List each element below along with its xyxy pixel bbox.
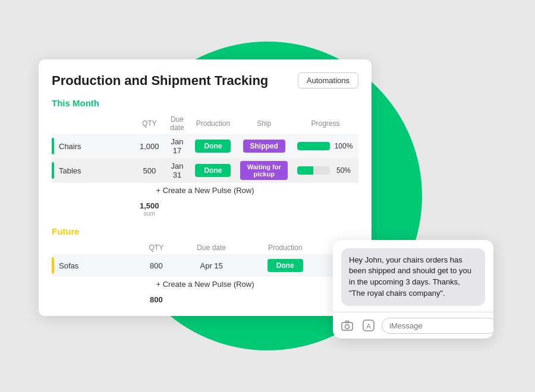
imessage-input-bar: A (333, 312, 493, 339)
row-name: Tables (59, 166, 81, 175)
ship-badge: Shipped (243, 140, 285, 153)
table-row: Chairs 1,000 Jan 17 Done Shipped 10 (52, 134, 358, 158)
imessage-input[interactable] (382, 318, 493, 334)
automations-button[interactable]: Automations (298, 72, 358, 88)
row-name-cell: Sofas (52, 254, 135, 277)
sum-label: sum (140, 210, 159, 217)
row-name: Chairs (59, 142, 81, 151)
progress-label: 100% (333, 142, 354, 150)
sum-cell-future: 800 (135, 292, 178, 305)
row-progress: 100% (292, 134, 358, 158)
create-pulse-label[interactable]: + Create a New Pulse (Row) (52, 183, 358, 198)
page-title: Production and Shipment Tracking (52, 73, 268, 88)
col-item (52, 113, 135, 134)
col-due-date: Due date (164, 113, 191, 134)
create-row-future[interactable]: + Create a New Pulse (Row) (52, 277, 358, 292)
row-production: Done (190, 134, 235, 158)
row-due-date: Apr 15 (178, 254, 246, 277)
row-ship: Waiting for pickup (235, 158, 292, 183)
row-production: Done (190, 158, 235, 183)
row-color-indicator (52, 257, 54, 274)
this-month-label: This Month (52, 98, 358, 108)
row-name-cell: Tables (52, 158, 135, 183)
ship-badge: Waiting for pickup (240, 161, 288, 180)
row-qty: 1,000 (135, 134, 164, 158)
row-due-date: Jan 17 (164, 134, 191, 158)
col-progress: Progress (292, 113, 358, 134)
col-production-future: Production (246, 241, 325, 254)
this-month-table: QTY Due date Production Ship Progress Ch… (52, 113, 358, 218)
imessage-bubble-area: Hey John, your chairs orders has been sh… (333, 240, 493, 312)
future-table: QTY Due date Production Sofas 800 Apr 15 (52, 241, 358, 305)
sum-value-future: 800 (140, 295, 173, 304)
production-badge: Done (268, 259, 303, 272)
row-production: Done (246, 254, 325, 277)
imessage-bubble: Hey John, your chairs orders has been sh… (341, 248, 485, 306)
svg-text:A: A (366, 323, 371, 330)
row-color-indicator (52, 138, 54, 154)
progress-label: 50% (333, 166, 354, 175)
appstore-icon[interactable]: A (360, 317, 377, 334)
row-ship: Shipped (235, 134, 292, 158)
sum-value: 1,500 (140, 201, 159, 210)
col-qty-future: QTY (135, 241, 178, 254)
col-ship: Ship (235, 113, 292, 134)
production-badge: Done (195, 164, 231, 177)
row-due-date: Jan 31 (164, 158, 191, 183)
col-due-date-future: Due date (178, 241, 246, 254)
table-row: Tables 500 Jan 31 Done Waiting for picku… (52, 158, 358, 183)
progress-bar (297, 166, 330, 175)
table-row: Sofas 800 Apr 15 Done (52, 254, 358, 277)
row-name-cell: Chairs (52, 134, 135, 158)
sum-row-future: 800 (52, 292, 358, 305)
sum-row: 1,500 sum (52, 198, 358, 218)
imessage-text: Hey John, your chairs orders has been sh… (349, 255, 471, 298)
row-qty: 500 (135, 158, 164, 183)
progress-bar (297, 142, 330, 150)
progress-fill (297, 142, 330, 150)
svg-point-1 (345, 325, 350, 329)
row-progress: 50% (292, 158, 358, 183)
svg-rect-2 (345, 321, 349, 323)
create-row[interactable]: + Create a New Pulse (Row) (52, 183, 358, 198)
col-production: Production (190, 113, 235, 134)
row-color-indicator (52, 162, 54, 179)
imessage-card: Hey John, your chairs orders has been sh… (333, 240, 493, 339)
camera-icon[interactable] (339, 317, 355, 334)
sum-cell: 1,500 sum (135, 198, 164, 218)
col-item-future (52, 241, 135, 254)
progress-fill (297, 166, 314, 175)
row-name: Sofas (59, 261, 78, 270)
row-qty: 800 (135, 254, 178, 277)
create-pulse-future-label[interactable]: + Create a New Pulse (Row) (52, 277, 358, 292)
production-badge: Done (195, 140, 231, 153)
future-label: Future (52, 226, 358, 236)
tracking-card: Production and Shipment Tracking Automat… (39, 59, 372, 316)
card-header: Production and Shipment Tracking Automat… (52, 72, 358, 88)
col-qty: QTY (135, 113, 164, 134)
